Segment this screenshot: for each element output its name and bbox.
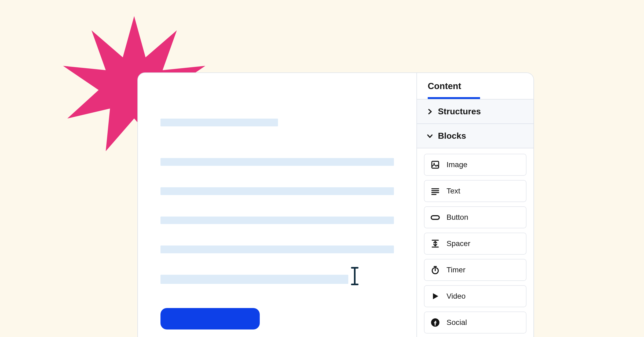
video-icon — [430, 291, 440, 301]
image-icon — [430, 160, 440, 170]
placeholder-button[interactable] — [160, 308, 260, 329]
block-item-label: Spacer — [447, 239, 470, 248]
section-structures[interactable]: Structures — [417, 100, 533, 124]
text-icon — [430, 186, 440, 196]
svg-rect-3 — [431, 216, 439, 219]
placeholder-line — [160, 246, 394, 253]
placeholder-title — [160, 119, 278, 126]
canvas[interactable] — [138, 73, 416, 337]
sidebar-tabstrip: Content — [417, 73, 533, 100]
chevron-down-icon — [427, 133, 433, 139]
blocks-list: Image Text Button Spacer — [417, 148, 533, 337]
chevron-right-icon — [427, 108, 433, 115]
placeholder-line — [160, 187, 394, 195]
block-item-label: Button — [447, 213, 468, 222]
placeholder-line — [160, 275, 348, 284]
svg-point-2 — [433, 163, 435, 164]
svg-rect-1 — [432, 161, 439, 168]
text-caret-icon — [351, 267, 359, 285]
button-icon — [430, 213, 440, 222]
block-item-label: Timer — [447, 266, 466, 274]
block-item-label: Video — [447, 292, 466, 301]
placeholder-line — [160, 158, 394, 166]
spacer-icon — [430, 239, 440, 248]
block-item-video[interactable]: Video — [424, 285, 526, 307]
section-blocks[interactable]: Blocks — [417, 124, 533, 148]
editor-window: Content Structures Blocks Image — [137, 72, 534, 337]
block-item-timer[interactable]: Timer — [424, 259, 526, 281]
timer-icon — [430, 265, 440, 275]
sidebar: Content Structures Blocks Image — [416, 73, 533, 337]
block-item-button[interactable]: Button — [424, 206, 526, 228]
social-icon — [430, 318, 440, 327]
section-label: Structures — [438, 107, 481, 116]
block-item-social[interactable]: Social — [424, 312, 526, 334]
block-item-text[interactable]: Text — [424, 180, 526, 202]
block-item-label: Text — [447, 187, 460, 195]
block-item-label: Image — [447, 160, 467, 169]
tab-content[interactable]: Content — [428, 81, 480, 99]
block-item-image[interactable]: Image — [424, 154, 526, 176]
block-item-spacer[interactable]: Spacer — [424, 233, 526, 255]
placeholder-line — [160, 217, 394, 224]
block-item-label: Social — [447, 318, 467, 327]
section-label: Blocks — [438, 131, 466, 141]
